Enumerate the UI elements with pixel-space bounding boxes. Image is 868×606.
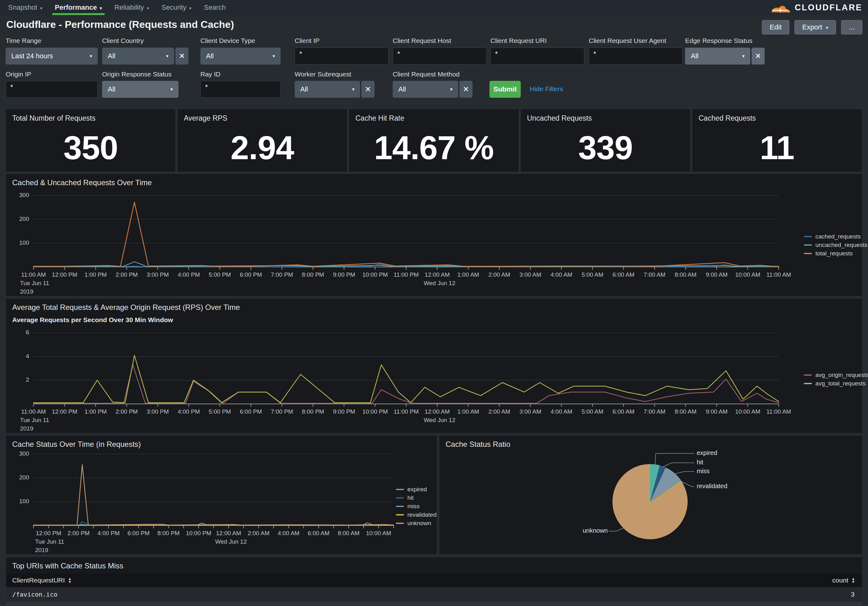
series-total_requests bbox=[34, 202, 779, 266]
client-request-method-clear-button[interactable]: ✕ bbox=[459, 81, 473, 98]
worker-subrequest-select[interactable]: All▾ bbox=[294, 81, 360, 98]
edge-response-status-select[interactable]: All▾ bbox=[685, 48, 750, 65]
x-axis-label: 10:00 AM bbox=[366, 530, 391, 537]
edit-button[interactable]: Edit bbox=[762, 20, 789, 34]
x-axis-label: 7:00 AM bbox=[643, 408, 665, 415]
legend-item-miss: miss bbox=[396, 502, 437, 510]
stat-label: Uncached Requests bbox=[527, 114, 592, 123]
client-request-host-label: Client Request Host bbox=[393, 37, 451, 45]
legend-item-hit: hit bbox=[396, 494, 437, 502]
caret-down-icon: ▾ bbox=[90, 53, 92, 59]
nav-reliability-label: Reliability bbox=[115, 3, 144, 12]
y-axis-label: 200 bbox=[6, 216, 29, 222]
stat-panel-cached-requests: Cached Requests11 bbox=[692, 109, 862, 172]
caret-down-icon: ▾ bbox=[170, 87, 173, 92]
page-title: Cloudflare - Performance (Requests and C… bbox=[6, 19, 234, 30]
stat-value: 350 bbox=[6, 123, 175, 172]
x-axis-label: 6:00 PM bbox=[127, 530, 150, 537]
x-axis-label: 12:00 PM bbox=[36, 530, 61, 537]
requests-over-time-plot bbox=[34, 188, 779, 267]
stat-panel-uncached-requests: Uncached Requests339 bbox=[521, 109, 690, 172]
column-header-label: count bbox=[832, 576, 848, 584]
origin-ip-input[interactable] bbox=[6, 81, 98, 98]
submit-button[interactable]: Submit bbox=[490, 81, 521, 98]
client-ip-label: Client IP bbox=[294, 37, 319, 45]
client-request-user-agent-input[interactable] bbox=[589, 48, 683, 65]
client-device-type-select[interactable]: All▾ bbox=[200, 48, 281, 65]
client-request-method-value: All bbox=[398, 85, 448, 93]
stat-label: Cache Hit Rate bbox=[355, 114, 404, 123]
x-axis-label: 6:00 PM bbox=[240, 271, 262, 278]
stat-value: 2.94 bbox=[178, 123, 347, 172]
pie-label-miss: miss bbox=[697, 468, 710, 475]
pie-label-hit: hit bbox=[697, 459, 703, 466]
client-request-method-select[interactable]: All▾ bbox=[393, 81, 458, 98]
nav-reliability[interactable]: Reliability ▾ bbox=[108, 0, 155, 15]
x-axis-label: 2:00 PM bbox=[116, 408, 138, 415]
stat-label: Average RPS bbox=[184, 114, 227, 123]
caret-down-icon: ▾ bbox=[40, 6, 42, 11]
client-request-uri-input[interactable] bbox=[490, 48, 584, 65]
x-axis-sublabel: Tue Jun 11 bbox=[35, 538, 64, 545]
legend-item-cached_requests: cached_requests bbox=[804, 232, 867, 241]
x-axis-label: 4:00 PM bbox=[178, 271, 200, 278]
legend-label: avg_total_requests bbox=[815, 380, 866, 387]
panel-cache-status-over-time: Cache Status Over Time (in Requests) 100… bbox=[6, 435, 437, 555]
legend-item-unknown: unknown bbox=[396, 519, 437, 527]
x-axis-label: 6:00 AM bbox=[612, 408, 634, 415]
export-button-label: Export bbox=[802, 23, 822, 31]
stat-value: 11 bbox=[692, 123, 862, 172]
x-axis-sublabel: 2019 bbox=[35, 547, 48, 554]
more-button[interactable]: ... bbox=[841, 20, 862, 34]
worker-subrequest-clear-button[interactable]: ✕ bbox=[361, 81, 375, 98]
x-axis-label: 12:00 PM bbox=[52, 408, 77, 415]
pie-leader-line bbox=[655, 454, 694, 465]
x-axis-label: 12:00 AM bbox=[216, 530, 241, 537]
column-header-count[interactable]: count ▲▼ bbox=[749, 576, 862, 584]
caret-down-icon: ▾ bbox=[826, 25, 828, 30]
origin-response-status-select[interactable]: All▾ bbox=[102, 81, 178, 98]
x-axis-label: 9:00 PM bbox=[333, 408, 355, 415]
x-axis-label: 4:00 AM bbox=[550, 408, 572, 415]
client-request-host-input[interactable] bbox=[393, 48, 487, 65]
cache-status-over-time-plot bbox=[34, 452, 394, 525]
time-range-select[interactable]: Last 24 hours▾ bbox=[6, 48, 98, 65]
caret-down-icon: ▾ bbox=[166, 53, 169, 59]
cloudflare-logo: CLOUDFLARE bbox=[769, 1, 862, 14]
x-axis-label: 5:00 PM bbox=[209, 408, 231, 415]
stat-value: 14.67 % bbox=[349, 123, 519, 172]
nav-search[interactable]: Search bbox=[198, 0, 232, 15]
x-axis-label: 5:00 AM bbox=[581, 271, 603, 278]
sort-icon: ▲▼ bbox=[851, 577, 855, 583]
x-axis-label: 10:00 PM bbox=[362, 408, 388, 415]
y-axis-label: 100 bbox=[6, 498, 29, 505]
legend-item-avg_total_requests: avg_total_requests bbox=[804, 379, 868, 388]
export-button[interactable]: Export ▾ bbox=[794, 20, 836, 34]
client-ip-input[interactable] bbox=[294, 48, 389, 65]
nav-security[interactable]: Security ▾ bbox=[155, 0, 198, 15]
x-axis-label: 10:00 AM bbox=[735, 271, 760, 278]
legend-swatch bbox=[804, 244, 812, 246]
x-axis-label: 2:00 AM bbox=[248, 530, 270, 537]
caret-down-icon: ▾ bbox=[273, 53, 275, 59]
pie-label-revalidated: revalidated bbox=[697, 483, 727, 490]
x-axis-label: 2:00 AM bbox=[488, 408, 510, 415]
edge-response-status-clear-button[interactable]: ✕ bbox=[752, 48, 765, 65]
hide-filters-link[interactable]: Hide Filters bbox=[530, 85, 563, 93]
x-axis-label: 3:00 AM bbox=[519, 408, 541, 415]
column-header-clientrequesturi[interactable]: ClientRequestURI ▲▼ bbox=[6, 576, 749, 584]
client-country-select[interactable]: All▾ bbox=[102, 48, 174, 65]
legend-swatch bbox=[396, 497, 404, 499]
header-buttons: Edit Export ▾ ... bbox=[762, 20, 862, 34]
ray-id-input[interactable] bbox=[200, 81, 281, 98]
x-axis-label: 7:00 AM bbox=[643, 271, 665, 278]
nav-snapshot[interactable]: Snapshot ▾ bbox=[2, 0, 48, 15]
client-device-type-label: Client Device Type bbox=[200, 37, 255, 45]
x-icon: ✕ bbox=[179, 52, 185, 61]
cache-status-over-time-legend: expiredhitmissrevalidatedunknown bbox=[396, 485, 437, 527]
panel-cached-uncached-requests: Cached & Uncached Requests Over Time 100… bbox=[6, 174, 862, 297]
nav-performance[interactable]: Performance ▾ bbox=[48, 0, 108, 15]
client-country-clear-button[interactable]: ✕ bbox=[175, 48, 189, 65]
series-unknown bbox=[34, 465, 394, 525]
legend-item-expired: expired bbox=[396, 485, 437, 494]
